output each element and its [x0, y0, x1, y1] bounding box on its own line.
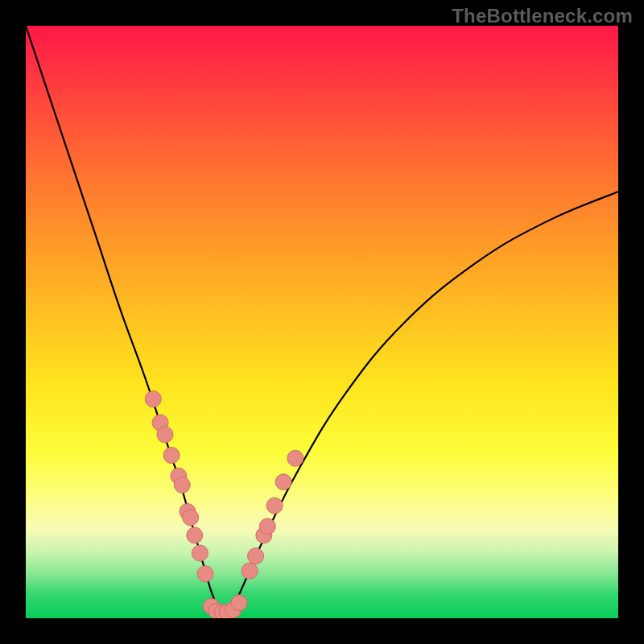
- data-point: [192, 545, 208, 561]
- plot-area: [26, 26, 618, 618]
- data-point: [163, 448, 180, 464]
- data-point: [259, 518, 275, 535]
- data-point: [174, 477, 190, 493]
- data-point: [242, 563, 258, 579]
- data-point: [197, 566, 213, 582]
- data-point: [187, 527, 203, 543]
- data-point: [231, 595, 247, 611]
- data-point: [287, 450, 303, 466]
- chart-svg: [26, 26, 618, 618]
- data-point: [145, 391, 161, 407]
- bottleneck-curve: [26, 26, 618, 615]
- data-point: [183, 510, 199, 526]
- data-point: [157, 427, 173, 443]
- data-point: [266, 497, 283, 514]
- watermark-text: TheBottleneck.com: [452, 5, 633, 27]
- data-point: [248, 548, 264, 564]
- outer-frame: TheBottleneck.com: [0, 0, 644, 644]
- data-point: [275, 474, 291, 490]
